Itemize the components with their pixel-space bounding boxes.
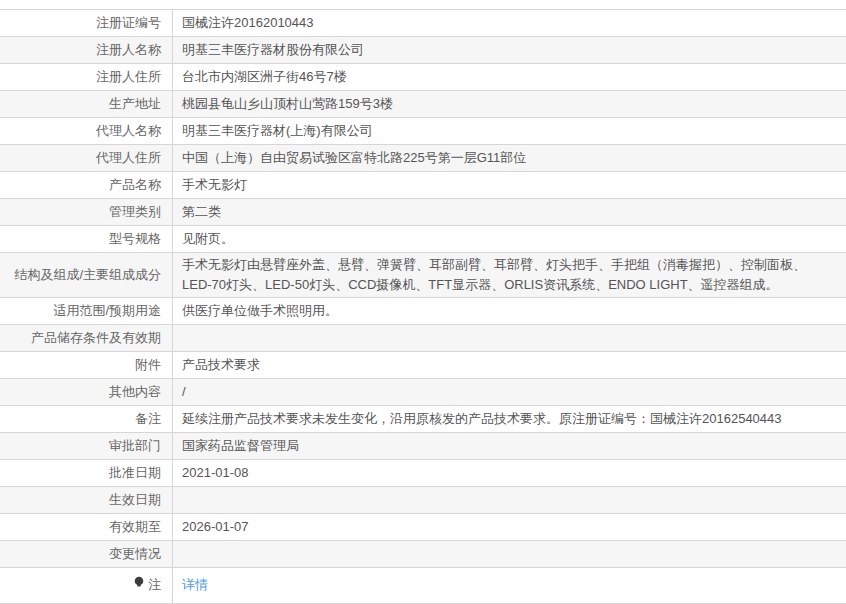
row-registration-cert-number: 注册证编号 国械注许20162010443 [0,10,846,37]
field-label: 代理人住所 [0,145,172,171]
row-registrant-address: 注册人住所 台北市内湖区洲子街46号7楼 [0,64,846,91]
row-attachment: 附件 产品技术要求 [0,352,846,379]
field-value: 延续注册产品技术要求未发生变化，沿用原核发的产品技术要求。原注册证编号：国械注许… [172,406,846,432]
row-approval-date: 批准日期 2021-01-08 [0,460,846,487]
field-value: 明基三丰医疗器材股份有限公司 [172,37,846,63]
field-value: 国械注许20162010443 [172,10,846,36]
field-value: 见附页。 [172,226,846,252]
row-management-category: 管理类别 第二类 [0,199,846,226]
field-value: 桃园县龟山乡山顶村山莺路159号3楼 [172,91,846,117]
field-label: 结构及组成/主要组成成分 [0,253,172,297]
field-value: 手术无影灯 [172,172,846,198]
field-value: 2026-01-07 [172,514,846,540]
field-label: 备注 [0,406,172,432]
row-agent-name: 代理人名称 明基三丰医疗器材(上海)有限公司 [0,118,846,145]
field-label: 管理类别 [0,199,172,225]
row-application-scope: 适用范围/预期用途 供医疗单位做手术照明用。 [0,298,846,325]
field-label: 有效期至 [0,514,172,540]
row-approval-department: 审批部门 国家药品监督管理局 [0,433,846,460]
field-label: 注册证编号 [0,10,172,36]
field-label: 注 [0,568,172,603]
row-agent-address: 代理人住所 中国（上海）自由贸易试验区富特北路225号第一层G11部位 [0,145,846,172]
details-link[interactable]: 详情 [182,575,208,595]
field-value: 国家药品监督管理局 [172,433,846,459]
field-label: 注册人住所 [0,64,172,90]
row-product-name: 产品名称 手术无影灯 [0,172,846,199]
field-value: 第二类 [172,199,846,225]
field-value [172,325,846,351]
field-value: / [172,379,846,405]
row-structure-composition: 结构及组成/主要组成成分 手术无影灯由悬臂座外盖、悬臂、弹簧臂、耳部副臂、耳部臂… [0,253,846,298]
row-storage-conditions: 产品储存条件及有效期 [0,325,846,352]
row-note: 注 详情 [0,568,846,604]
field-value: 2021-01-08 [172,460,846,486]
field-label: 审批部门 [0,433,172,459]
field-value: 产品技术要求 [172,352,846,378]
row-remarks: 备注 延续注册产品技术要求未发生变化，沿用原核发的产品技术要求。原注册证编号：国… [0,406,846,433]
field-label: 生效日期 [0,487,172,513]
field-label: 产品储存条件及有效期 [0,325,172,351]
field-value: 台北市内湖区洲子街46号7楼 [172,64,846,90]
row-model-specification: 型号规格 见附页。 [0,226,846,253]
field-value [172,541,846,567]
field-label: 代理人名称 [0,118,172,144]
field-label: 变更情况 [0,541,172,567]
field-label: 其他内容 [0,379,172,405]
field-value: 中国（上海）自由贸易试验区富特北路225号第一层G11部位 [172,145,846,171]
row-other-content: 其他内容 / [0,379,846,406]
row-change-status: 变更情况 [0,541,846,568]
row-registrant-name: 注册人名称 明基三丰医疗器材股份有限公司 [0,37,846,64]
field-label: 型号规格 [0,226,172,252]
field-label: 附件 [0,352,172,378]
field-value: 详情 [172,568,846,603]
field-label: 生产地址 [0,91,172,117]
row-effective-date: 生效日期 [0,487,846,514]
field-value: 供医疗单位做手术照明用。 [172,298,846,324]
field-value: 手术无影灯由悬臂座外盖、悬臂、弹簧臂、耳部副臂、耳部臂、灯头把手、手把组（消毒握… [172,253,846,297]
note-label-text: 注 [148,575,161,595]
field-label: 注册人名称 [0,37,172,63]
row-production-address: 生产地址 桃园县龟山乡山顶村山莺路159号3楼 [0,91,846,118]
registration-info-table: 注册证编号 国械注许20162010443 注册人名称 明基三丰医疗器材股份有限… [0,9,846,604]
field-value [172,487,846,513]
field-label: 适用范围/预期用途 [0,298,172,324]
bulb-icon [133,576,145,589]
field-label: 产品名称 [0,172,172,198]
row-valid-until: 有效期至 2026-01-07 [0,514,846,541]
field-value: 明基三丰医疗器材(上海)有限公司 [172,118,846,144]
field-label: 批准日期 [0,460,172,486]
